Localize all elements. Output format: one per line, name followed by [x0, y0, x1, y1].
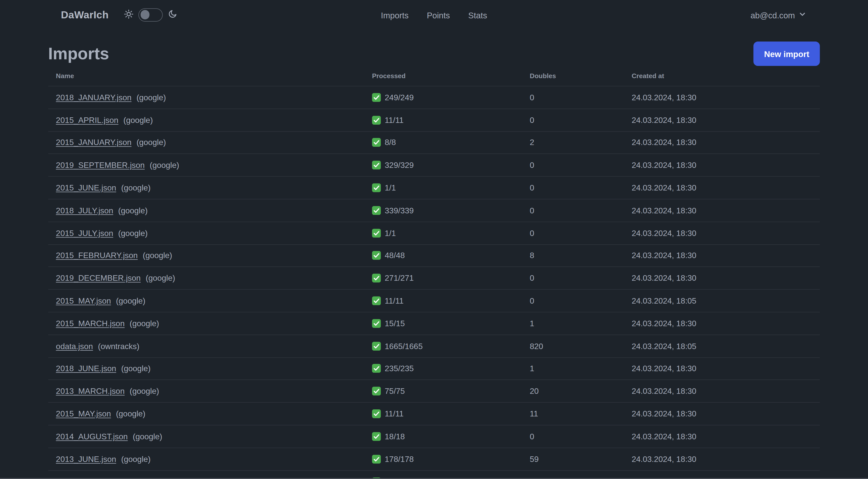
import-source-label: (google)	[136, 93, 166, 102]
import-file-link[interactable]: 2019_DECEMBER.json	[56, 274, 141, 282]
processed-cell: 11/11	[372, 409, 530, 418]
sun-icon	[124, 9, 133, 21]
created-at-value: 24.03.2024, 18:05	[632, 296, 820, 305]
check-icon	[372, 251, 381, 260]
name-cell: 2015_JUNE.json (google)	[48, 183, 372, 192]
user-menu[interactable]: ab@cd.com	[750, 10, 806, 20]
check-icon	[372, 455, 381, 463]
table-row: 2015_MAY.json (google) 11/11 0 24.03.202…	[48, 290, 820, 312]
processed-cell: 75/75	[372, 387, 530, 395]
import-file-link[interactable]: 2015_JULY.json	[56, 229, 113, 238]
import-source-label: (google)	[121, 183, 150, 192]
app-root: DaWarIch Imports P	[0, 0, 868, 479]
import-file-link[interactable]: 2014_AUGUST.json	[56, 432, 128, 441]
check-icon	[372, 364, 381, 373]
import-file-link[interactable]: 2015_MARCH.json	[56, 319, 125, 328]
nav-link-stats[interactable]: Stats	[468, 10, 487, 20]
check-icon	[372, 409, 381, 418]
processed-count: 1/1	[385, 183, 396, 192]
import-file-link[interactable]: 2015_MAY.json	[56, 296, 111, 305]
created-at-value: 24.03.2024, 18:30	[632, 138, 820, 147]
processed-cell: 1665/1665	[372, 341, 530, 350]
processed-cell: 339/339	[372, 206, 530, 215]
import-file-link[interactable]: 2015_APRIL.json	[56, 116, 119, 124]
import-file-link[interactable]: 2015_JANUARY.json	[56, 138, 132, 147]
import-file-link[interactable]: 2018_JANUARY.json	[56, 93, 132, 102]
nav-link-imports[interactable]: Imports	[381, 10, 409, 20]
import-file-link[interactable]: 2018_JUNE.json	[56, 364, 116, 373]
processed-count: 178/178	[385, 455, 414, 463]
import-file-link[interactable]: 2013_JUNE.json	[56, 455, 116, 463]
import-file-link[interactable]: odata.json	[56, 341, 93, 350]
import-file-link[interactable]: 2019_SEPTEMBER.json	[56, 161, 145, 170]
doubles-count: 11	[530, 409, 632, 418]
doubles-count: 0	[530, 161, 632, 170]
processed-cell: 1/1	[372, 183, 530, 192]
import-file-link[interactable]: 2015_JUNE.json	[56, 183, 116, 192]
check-icon	[372, 206, 381, 215]
name-cell: 2015_JULY.json (google)	[48, 229, 372, 238]
check-icon	[372, 341, 381, 350]
page-header: Imports New import	[48, 41, 820, 66]
created-at-value: 24.03.2024, 18:05	[632, 341, 820, 350]
processed-count: 249/249	[385, 93, 414, 102]
table-row: 2015_APRIL.json (google) 11/11 0 24.03.2…	[48, 109, 820, 132]
import-file-link[interactable]: 2018_JULY.json	[56, 206, 113, 215]
table-row: 2015_FEBRUARY.json (google) 48/48 8 24.0…	[48, 244, 820, 267]
import-source-label: (google)	[116, 409, 146, 418]
doubles-count: 0	[530, 116, 632, 124]
import-file-link[interactable]: 2013_MARCH.json	[56, 387, 125, 395]
doubles-count: 0	[530, 206, 632, 215]
processed-cell: 48/48	[372, 251, 530, 260]
name-cell: 2013_JUNE.json (google)	[48, 455, 372, 463]
table-row: 2018_JULY.json (google) 339/339 0 24.03.…	[48, 199, 820, 222]
check-icon	[372, 116, 381, 124]
main-nav: Imports Points Stats	[381, 0, 487, 30]
name-cell: 2019_DECEMBER.json (google)	[48, 274, 372, 282]
table-row: 2018_JANUARY.json (google) 249/249 0 24.…	[48, 86, 820, 109]
new-import-button[interactable]: New import	[753, 41, 820, 66]
table-row: 2014_AUGUST.json (google) 18/18 0 24.03.…	[48, 425, 820, 448]
created-at-value: 24.03.2024, 18:30	[632, 116, 820, 124]
table-row: 2018_JUNE.json (google) 235/235 1 24.03.…	[48, 358, 820, 380]
created-at-value: 24.03.2024, 18:30	[632, 229, 820, 238]
check-icon	[372, 138, 381, 147]
import-source-label: (google)	[146, 274, 175, 282]
created-at-value: 24.03.2024, 18:30	[632, 455, 820, 463]
name-cell: 2015_MAY.json (google)	[48, 409, 372, 418]
created-at-value: 24.03.2024, 18:30	[632, 364, 820, 373]
import-file-link[interactable]: 2015_FEBRUARY.json	[56, 251, 138, 260]
created-at-value: 24.03.2024, 18:30	[632, 387, 820, 395]
check-icon	[372, 161, 381, 170]
processed-cell: 249/249	[372, 93, 530, 102]
page-title: Imports	[48, 44, 109, 63]
created-at-value: 24.03.2024, 18:30	[632, 432, 820, 441]
check-icon	[372, 319, 381, 328]
created-at-value: 24.03.2024, 18:30	[632, 319, 820, 328]
table-row: 2013_JUNE.json (google) 178/178 59 24.03…	[48, 448, 820, 471]
import-source-label: (google)	[130, 319, 159, 328]
theme-toggle[interactable]	[138, 8, 163, 22]
name-cell: 2015_JANUARY.json (google)	[48, 138, 372, 147]
horizontal-scrollbar[interactable]	[0, 478, 868, 479]
import-source-label: (google)	[121, 364, 150, 373]
name-cell: 2013_MARCH.json (google)	[48, 387, 372, 395]
processed-count: 1665/1665	[385, 341, 423, 350]
processed-cell: 178/178	[372, 455, 530, 463]
doubles-count: 0	[530, 93, 632, 102]
processed-count: 75/75	[385, 387, 405, 395]
doubles-count: 1	[530, 319, 632, 328]
import-file-link[interactable]: 2015_MAY.json	[56, 409, 111, 418]
app-logo[interactable]: DaWarIch	[61, 9, 108, 21]
processed-count: 11/11	[385, 116, 404, 124]
created-at-value: 24.03.2024, 18:30	[632, 206, 820, 215]
user-email: ab@cd.com	[750, 10, 795, 20]
theme-toggle-knob	[141, 10, 149, 19]
table-row: 2015_JANUARY.json (google) 8/8 2 24.03.2…	[48, 132, 820, 154]
nav-link-points[interactable]: Points	[427, 10, 450, 20]
table-row: 2015_JUNE.json (google) 1/1 0 24.03.2024…	[48, 177, 820, 200]
created-at-value: 24.03.2024, 18:30	[632, 161, 820, 170]
check-icon	[372, 296, 381, 305]
doubles-count: 0	[530, 274, 632, 282]
table-row: 2015_MAY.json (google) 11/11 11 24.03.20…	[48, 403, 820, 425]
